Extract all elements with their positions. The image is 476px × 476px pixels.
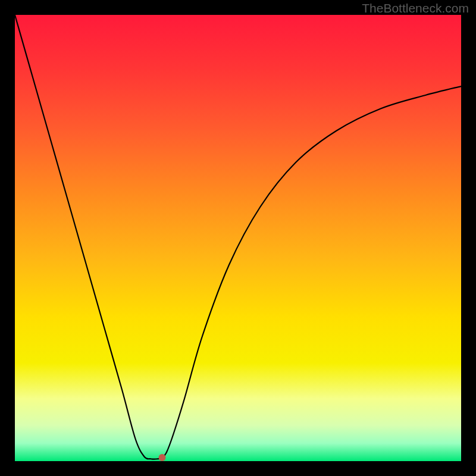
plot-area [15, 15, 461, 461]
optimum-marker [159, 454, 166, 461]
gradient-rect [15, 15, 461, 461]
chart-svg [15, 15, 461, 461]
plot-background [15, 15, 461, 461]
watermark-text: TheBottleneck.com [362, 1, 469, 15]
